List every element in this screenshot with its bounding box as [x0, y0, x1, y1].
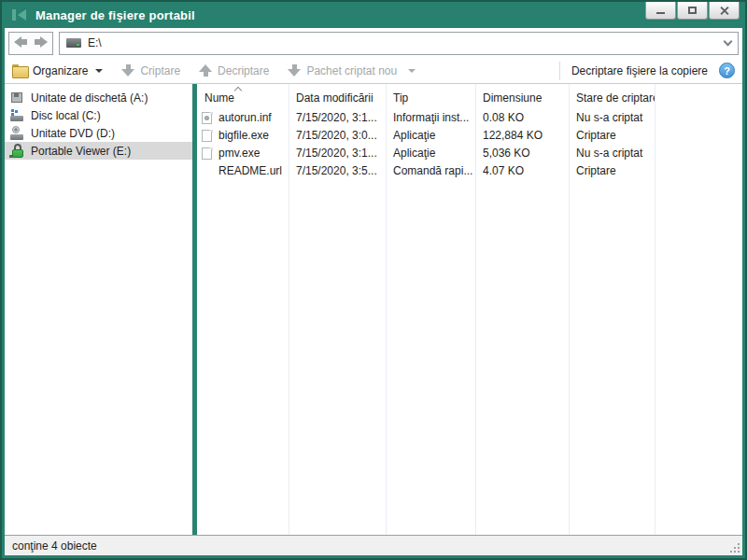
column-divider[interactable]	[289, 84, 289, 535]
file-encryption-status: Criptare	[569, 127, 655, 145]
toolbar-right: Decriptare fişiere la copiere ?	[559, 62, 735, 80]
organize-dropdown-icon	[95, 69, 103, 73]
drive-label: Disc local (C:)	[31, 109, 101, 122]
back-arrow-icon	[14, 36, 28, 48]
new-encrypted-package-button[interactable]: Pachet criptat nou	[288, 64, 416, 77]
sidebar-item-portable-viewer-e[interactable]: Portable Viewer (E:)	[5, 142, 192, 160]
address-text: E:\	[88, 36, 102, 49]
decrypt-label: Decriptare	[218, 64, 269, 77]
column-header-type[interactable]: Tip	[386, 91, 475, 105]
close-button[interactable]	[709, 2, 740, 20]
organize-label: Organizare	[33, 64, 88, 77]
drive-list: Unitate de dischetă (A:) Disc local (C:)…	[5, 84, 192, 535]
main-panels: Unitate de dischetă (A:) Disc local (C:)…	[5, 84, 742, 535]
column-header-name[interactable]: Nume	[197, 91, 289, 105]
column-divider[interactable]	[386, 84, 387, 535]
column-header-modified[interactable]: Data modificării	[289, 91, 386, 105]
status-bar: conţine 4 obiecte	[5, 535, 742, 555]
file-size: 4.07 KO	[475, 162, 569, 180]
file-name: autorun.inf	[218, 109, 272, 127]
file-type: Aplicaţie	[386, 127, 475, 145]
file-row-pmv[interactable]: pmv.exe 7/15/2020, 3:1... Aplicaţie 5,03…	[197, 145, 742, 162]
navigation-bar: E:\	[5, 28, 742, 58]
chevron-down-icon[interactable]	[724, 36, 733, 46]
file-modified: 7/15/2020, 3:1...	[289, 145, 386, 162]
toolbar-separator	[559, 62, 560, 80]
file-row-bigfile[interactable]: bigfile.exe 7/15/2020, 3:0... Aplicaţie …	[197, 127, 742, 145]
new-package-label: Pachet criptat nou	[306, 64, 397, 77]
column-divider[interactable]	[569, 84, 570, 535]
file-encryption-status: Nu s-a criptat	[569, 145, 655, 162]
organize-button[interactable]: Organizare	[12, 64, 103, 77]
file-modified: 7/15/2020, 3:0...	[289, 127, 386, 145]
file-type: Comandă rapi...	[386, 162, 475, 180]
dvd-drive-icon	[9, 126, 26, 141]
file-icon	[201, 147, 214, 161]
encrypted-drive-lock-icon	[9, 144, 26, 159]
file-modified: 7/15/2020, 3:5...	[289, 162, 386, 180]
file-size: 0.08 KO	[475, 109, 569, 127]
portable-file-manager-window: Manager de fişiere portabil E:\ Organiza…	[0, 0, 747, 560]
resize-grip-icon[interactable]	[730, 543, 740, 553]
column-divider[interactable]	[475, 84, 476, 535]
close-icon	[719, 6, 729, 16]
column-divider[interactable]	[655, 84, 655, 535]
title-bar[interactable]: Manager de fişiere portabil	[2, 2, 745, 28]
status-text: conţine 4 obiecte	[12, 539, 97, 553]
sidebar-item-dvd-d[interactable]: Unitate DVD (D:)	[5, 124, 192, 142]
file-size: 122,884 KO	[475, 127, 569, 145]
file-encryption-status: Nu s-a criptat	[569, 109, 655, 127]
folder-icon	[12, 64, 27, 77]
column-header-size[interactable]: Dimensiune	[475, 91, 569, 105]
package-dropdown-icon	[408, 69, 416, 73]
back-button[interactable]	[14, 36, 28, 50]
file-encryption-status: Criptare	[569, 162, 655, 180]
encrypt-arrow-icon	[121, 64, 134, 77]
drive-label: Portable Viewer (E:)	[31, 145, 131, 158]
window-controls	[645, 2, 740, 20]
minimize-button[interactable]	[645, 2, 676, 20]
encrypt-button[interactable]: Criptare	[121, 64, 180, 77]
floppy-drive-icon	[9, 91, 26, 105]
sidebar-item-floppy-a[interactable]: Unitate de dischetă (A:)	[5, 89, 192, 106]
sidebar-item-local-disk-c[interactable]: Disc local (C:)	[5, 106, 192, 124]
file-icon	[201, 129, 214, 143]
file-row-autorun[interactable]: autorun.inf 7/15/2020, 3:1... Informaţii…	[197, 109, 742, 127]
client-area: E:\ Organizare Criptare Decriptare Pache…	[5, 28, 742, 555]
decrypt-arrow-icon	[199, 64, 212, 77]
file-size: 5,036 KO	[475, 145, 569, 162]
drive-icon	[66, 38, 81, 48]
address-bar[interactable]: E:\	[59, 32, 739, 55]
nav-history-buttons	[8, 32, 53, 55]
toolbar: Organizare Criptare Decriptare Pachet cr…	[5, 58, 742, 84]
forward-arrow-icon	[34, 36, 48, 48]
local-disk-icon	[9, 108, 26, 123]
setup-information-file-icon	[201, 111, 214, 125]
column-header-encryption-status[interactable]: Stare de criptare	[569, 91, 655, 105]
maximize-icon	[688, 7, 697, 14]
file-list: Nume Data modificării Tip Dimensiune Sta…	[197, 84, 742, 535]
decrypt-button[interactable]: Decriptare	[199, 64, 269, 77]
encrypt-label: Criptare	[140, 64, 180, 77]
minimize-icon	[656, 12, 665, 14]
window-title: Manager de fişiere portabil	[35, 8, 195, 22]
file-row-readme[interactable]: README.url 7/15/2020, 3:5... Comandă rap…	[197, 162, 742, 180]
file-name: pmv.exe	[218, 145, 260, 162]
help-icon[interactable]: ?	[719, 63, 735, 78]
file-modified: 7/15/2020, 3:1...	[289, 109, 386, 127]
file-name: README.url	[218, 162, 282, 180]
maximize-button[interactable]	[677, 2, 708, 20]
drive-label: Unitate de dischetă (A:)	[31, 91, 148, 105]
kaspersky-logo-icon	[11, 7, 27, 22]
column-headers: Nume Data modificării Tip Dimensiune Sta…	[197, 84, 742, 109]
file-type: Informaţii inst...	[386, 109, 475, 127]
package-arrow-icon	[288, 64, 301, 77]
file-name: bigfile.exe	[218, 127, 269, 145]
drive-label: Unitate DVD (D:)	[31, 127, 115, 140]
file-icon-placeholder	[201, 164, 214, 178]
forward-button[interactable]	[34, 36, 48, 50]
decrypt-on-copy-label: Decriptare fişiere la copiere	[571, 64, 708, 77]
file-type: Aplicaţie	[386, 145, 475, 162]
